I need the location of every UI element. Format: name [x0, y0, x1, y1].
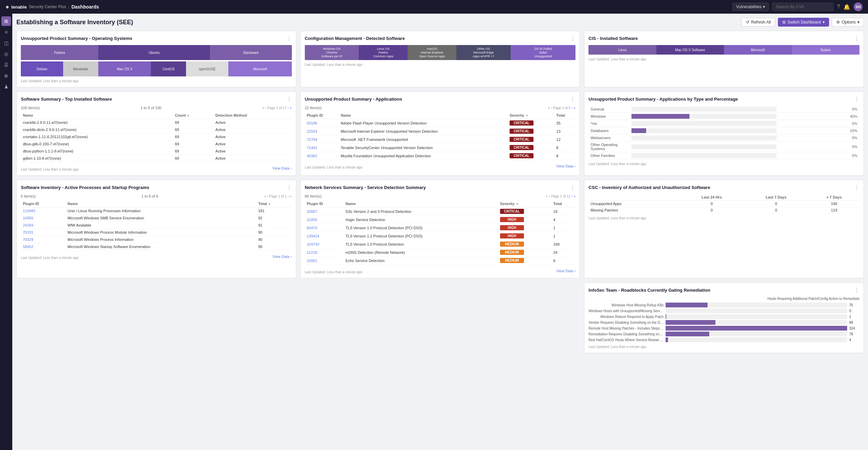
card-unsupported-apps: Unsupported Product Summary - Applicatio…	[300, 91, 580, 176]
list-item: Webservers 0%	[588, 134, 859, 142]
software-summary-count: 100 Item(s)	[21, 106, 40, 110]
sidebar-item-menu[interactable]: ≡	[1, 27, 11, 37]
sidebar-item-person[interactable]: ♟	[1, 82, 11, 91]
dashboard-grid: Unsupported Product Summary - Operating …	[16, 31, 864, 353]
type-bar	[631, 114, 777, 119]
infosec-bar	[666, 320, 847, 325]
sidebar-item-layers[interactable]: ◫	[1, 38, 11, 48]
prev-icon[interactable]: ‹	[551, 106, 552, 110]
prev-first-icon[interactable]: «	[546, 194, 548, 198]
next-last-icon[interactable]: »	[290, 106, 292, 110]
table-row: 70329Microsoft Windows Process Informati…	[21, 236, 292, 243]
col-count: Count ▾	[173, 112, 213, 119]
active-processes-view-data[interactable]: View Data ›	[272, 255, 292, 259]
csc-table: Last 24 Hrs Last 7 Days > 7 Days Unsuppo…	[588, 194, 859, 214]
options-button[interactable]: ⚙ Options ▾	[832, 18, 864, 27]
infosec-footer: Last Updated: Less than a minute ago	[588, 345, 859, 349]
card-menu-csc[interactable]: ⋮	[854, 184, 859, 191]
next-last-icon[interactable]: »	[574, 106, 576, 110]
list-item: Windows Host Missing Rollup KBs 75	[588, 303, 859, 307]
severity-badge: CRITICAL	[510, 120, 533, 126]
next-icon[interactable]: ›	[288, 106, 289, 110]
card-menu-infosec[interactable]: ⋮	[854, 287, 859, 293]
card-menu-cis[interactable]: ⋮	[854, 35, 859, 42]
type-bar	[631, 121, 777, 126]
config-mgmt-bar: Windows OS Chrome Software per IP Linux …	[305, 45, 576, 60]
card-menu-config-mgmt[interactable]: ⋮	[570, 35, 575, 42]
prev-icon[interactable]: ‹	[549, 194, 550, 198]
next-icon[interactable]: ›	[571, 106, 572, 110]
tenable-icon: ●	[5, 3, 9, 11]
vulnerabilities-dropdown[interactable]: Vulnerabilities ▾	[732, 3, 769, 11]
top-navigation: ● tenable Security Center Plus | Dashboa…	[0, 0, 868, 14]
infosec-bar	[666, 332, 847, 336]
list-item: Red Hat/CentOS Hosts Where Service Resta…	[588, 337, 859, 342]
notifications-icon[interactable]: 🔔	[843, 4, 850, 10]
chevron-right-icon: ›	[290, 166, 292, 170]
active-processes-range: 1 to 6 of 6	[142, 194, 158, 198]
sidebar-item-shield[interactable]: ⊕	[1, 71, 11, 81]
list-item: General 0%	[588, 106, 859, 113]
card-header-active-processes: Software Inventory - Active Processes an…	[21, 184, 292, 191]
infosec-bar	[666, 308, 847, 313]
table-row: Missing Patches00119	[588, 207, 859, 214]
card-menu-unsupported-by-type[interactable]: ⋮	[854, 96, 859, 102]
software-summary-range: 1 to 6 of 100	[141, 106, 161, 110]
app-brand: tenable	[11, 4, 27, 10]
card-menu-active-processes[interactable]: ⋮	[286, 184, 292, 191]
card-menu-unsupported-apps[interactable]: ⋮	[570, 96, 575, 102]
gear-icon: ⚙	[836, 20, 840, 25]
table-row: 70331Microsoft Windows Process Module In…	[21, 229, 292, 236]
search-input[interactable]	[772, 3, 834, 11]
list-item: Windows 40%	[588, 113, 859, 120]
unsupported-apps-view-data[interactable]: View Data ›	[556, 164, 576, 168]
card-header-cis: CIS - Installed Software ⋮	[588, 35, 859, 42]
next-last-icon[interactable]: »	[290, 194, 292, 198]
prev-first-icon[interactable]: «	[548, 106, 550, 110]
col-plugin-id: Plugin ID	[305, 200, 344, 207]
nav-section: Dashboards	[71, 4, 99, 10]
help-icon[interactable]: ?	[837, 4, 840, 10]
sidebar-item-target[interactable]: ◎	[1, 49, 11, 59]
next-icon[interactable]: ›	[288, 194, 289, 198]
network-services-view-data[interactable]: View Data ›	[556, 269, 576, 273]
user-avatar[interactable]: SH	[854, 2, 863, 11]
table-row: cracklib-2.9.0-11.el7(none)69Active	[21, 119, 292, 126]
type-bar	[631, 144, 777, 149]
prev-icon[interactable]: ‹	[267, 194, 268, 198]
infosec-bar	[666, 303, 847, 307]
os-segment-fedora: Fedora	[21, 45, 98, 60]
col-name: Name	[339, 112, 508, 119]
prev-first-icon[interactable]: «	[264, 194, 266, 198]
page-title: Establishing a Software Inventory (SEE)	[16, 19, 133, 26]
card-title-cis: CIS - Installed Software	[588, 36, 638, 41]
list-item: *nix 0%	[588, 120, 859, 127]
refresh-all-button[interactable]: ↺ Refresh All	[741, 18, 775, 27]
switch-dashboard-button[interactable]: ⊞ Switch Dashboard ▾	[778, 18, 829, 27]
cis-bar: Linux Mac OS X Software Microsoft Solari…	[588, 45, 859, 55]
prev-icon[interactable]: ‹	[265, 106, 266, 110]
table-row: dbus-python-1.1.1-9.el7(none)69Active	[21, 148, 292, 155]
table-row: 72704Microsoft .NET Framework Unsupporte…	[305, 135, 576, 144]
col-name: Name	[66, 200, 256, 207]
card-menu-network-services[interactable]: ⋮	[570, 184, 575, 191]
prev-first-icon[interactable]: «	[262, 106, 264, 110]
software-summary-pagination: « ‹ Page 1 of 17 › »	[262, 106, 292, 110]
active-processes-pagination: « ‹ Page 1 of 1 › »	[264, 194, 292, 198]
severity-badge: MEDIUM	[500, 242, 524, 247]
next-last-icon[interactable]: »	[574, 194, 576, 198]
cfg-windows: Windows OS Chrome Software per IP	[305, 45, 359, 60]
card-menu-unsupported-os[interactable]: ⋮	[286, 35, 292, 42]
table-row: dbus-glib-0.100-7.el7(none)69Active	[21, 141, 292, 148]
card-header-infosec: InfoSec Team - Roadblocks Currently Gati…	[588, 287, 859, 293]
sidebar-item-grid[interactable]: ⊞	[1, 16, 11, 26]
csc-footer: Last Updated: Less than a minute ago	[588, 216, 859, 220]
card-header-csc: CSC - Inventory of Authorized and Unauth…	[588, 184, 859, 191]
os-segment-debian: Debian	[21, 61, 63, 76]
table-row: 20007SSL Version 2 and 3 Protocol Detect…	[305, 207, 576, 216]
type-bar	[631, 128, 777, 133]
next-icon[interactable]: ›	[571, 194, 572, 198]
card-menu-software-summary[interactable]: ⋮	[286, 96, 292, 102]
software-summary-view-data[interactable]: View Data ›	[272, 166, 292, 170]
sidebar-item-doc[interactable]: ☰	[1, 60, 11, 70]
